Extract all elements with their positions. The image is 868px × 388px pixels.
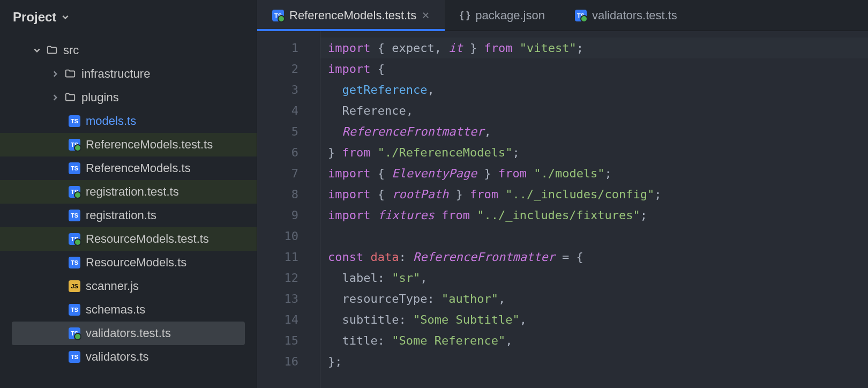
code-line[interactable] (328, 226, 868, 247)
tree-file[interactable]: JSscanner.js (0, 274, 257, 298)
line-number: 5 (257, 121, 320, 142)
code-editor[interactable]: 12345678910111213141516 import { expect,… (257, 31, 868, 388)
project-header[interactable]: Project (0, 0, 257, 34)
line-number: 1 (257, 38, 320, 58)
code-line[interactable]: import { (328, 58, 868, 79)
tree-file[interactable]: TSmodels.ts (0, 109, 257, 133)
code-line[interactable]: resourceType: "author", (328, 288, 868, 309)
tree-file-label: scanner.js (86, 279, 139, 293)
line-number: 4 (257, 100, 320, 121)
line-gutter: 12345678910111213141516 (257, 31, 320, 388)
tree-folder-src[interactable]: src (0, 39, 257, 62)
code-line[interactable]: } from "./ReferenceModels"; (328, 142, 868, 163)
line-number: 13 (257, 288, 320, 309)
editor-tab[interactable]: TSvalidators.test.ts (560, 0, 692, 31)
line-number: 14 (257, 309, 320, 330)
ts-test-icon: TS (69, 233, 80, 245)
ts-test-icon: TS (575, 10, 587, 21)
folder-icon (46, 44, 58, 56)
line-number: 8 (257, 184, 320, 205)
tree-file[interactable]: TSResourceModels.ts (0, 251, 257, 274)
tree-file-label: ResourceModels.ts (86, 256, 186, 270)
tree-file-label: schemas.ts (86, 303, 145, 317)
tree-file[interactable]: TSReferenceModels.test.ts (0, 133, 257, 156)
ts-test-icon: TS (69, 186, 80, 198)
code-line[interactable]: import { EleventyPage } from "./models"; (328, 163, 868, 184)
tree-file[interactable]: TSregistration.test.ts (0, 180, 257, 204)
ts-icon: TS (69, 351, 80, 363)
tree-file[interactable]: TSResourceModels.test.ts (0, 227, 257, 251)
tree-file-label: ReferenceModels.ts (86, 161, 191, 175)
code-line[interactable]: import { rootPath } from "../_includes/c… (328, 184, 868, 205)
tree-folder-label: plugins (81, 91, 119, 105)
code-line[interactable]: const data: ReferenceFrontmatter = { (328, 247, 868, 267)
file-tree: src infrastructure plugins TSmodels.tsTS… (0, 34, 257, 369)
folder-icon (64, 92, 76, 103)
tab-label: ReferenceModels.test.ts (289, 9, 416, 23)
line-number: 3 (257, 79, 320, 100)
chevron-right-icon (51, 94, 59, 101)
tab-label: package.json (475, 9, 545, 23)
code-line[interactable]: Reference, (328, 100, 868, 121)
tree-file-label: ResourceModels.test.ts (86, 232, 209, 246)
editor-tab[interactable]: TSReferenceModels.test.ts✕ (257, 0, 445, 31)
tree-file-label: validators.ts (86, 350, 148, 364)
js-icon: JS (69, 280, 80, 292)
line-number: 9 (257, 205, 320, 226)
tree-file-label: models.ts (86, 114, 136, 128)
tree-folder-infrastructure[interactable]: infrastructure (0, 62, 257, 86)
ts-icon: TS (69, 210, 80, 221)
tree-file-label: registration.ts (86, 208, 156, 222)
code-line[interactable]: title: "Some Reference", (328, 330, 868, 351)
tree-file[interactable]: TSschemas.ts (0, 298, 257, 322)
line-number: 6 (257, 142, 320, 163)
folder-icon (64, 68, 76, 80)
code-line[interactable]: label: "sr", (328, 267, 868, 288)
line-number: 12 (257, 267, 320, 288)
editor-tabbar: TSReferenceModels.test.ts✕{ }package.jso… (257, 0, 868, 31)
line-number: 16 (257, 351, 320, 372)
ts-test-icon: TS (69, 139, 80, 151)
tree-folder-plugins[interactable]: plugins (0, 86, 257, 109)
close-icon[interactable]: ✕ (422, 10, 430, 21)
tree-file[interactable]: TSReferenceModels.ts (0, 156, 257, 180)
line-number: 2 (257, 58, 320, 79)
tab-label: validators.test.ts (592, 9, 677, 23)
chevron-down-icon (62, 13, 69, 21)
editor-tab[interactable]: { }package.json (445, 0, 560, 31)
tree-file-label: ReferenceModels.test.ts (86, 138, 213, 152)
line-number: 7 (257, 163, 320, 184)
chevron-right-icon (51, 70, 59, 78)
line-number: 10 (257, 226, 320, 247)
tree-file-label: registration.test.ts (86, 185, 179, 199)
tree-folder-label: src (63, 43, 79, 57)
main-panel: TSReferenceModels.test.ts✕{ }package.jso… (257, 0, 868, 388)
ts-test-icon: TS (69, 327, 80, 339)
ts-icon: TS (69, 304, 80, 316)
line-number: 15 (257, 330, 320, 351)
ts-icon: TS (69, 257, 80, 268)
file-list: TSmodels.tsTSReferenceModels.test.tsTSRe… (0, 109, 257, 369)
project-header-label: Project (13, 10, 56, 25)
ts-icon: TS (69, 115, 80, 127)
code-line[interactable]: import { expect, it } from "vitest"; (320, 38, 868, 58)
ts-test-icon: TS (272, 10, 284, 21)
code-line[interactable]: import fixtures from "../_includes/fixtu… (328, 205, 868, 226)
tree-file-label: validators.test.ts (86, 326, 171, 340)
code-area[interactable]: import { expect, it } from "vitest";impo… (320, 31, 868, 388)
tree-folder-label: infrastructure (81, 67, 150, 81)
line-number: 11 (257, 247, 320, 267)
project-sidebar: Project src infrastructure (0, 0, 257, 388)
tree-file[interactable]: TSvalidators.test.ts (12, 322, 245, 345)
code-line[interactable]: ReferenceFrontmatter, (328, 121, 868, 142)
code-line[interactable]: getReference, (328, 79, 868, 100)
tree-file[interactable]: TSvalidators.ts (0, 345, 257, 369)
ts-icon: TS (69, 162, 80, 174)
code-line[interactable]: }; (328, 351, 868, 372)
json-icon: { } (460, 10, 470, 21)
code-line[interactable]: subtitle: "Some Subtitle", (328, 309, 868, 330)
tree-file[interactable]: TSregistration.ts (0, 204, 257, 227)
chevron-down-icon (33, 47, 41, 54)
